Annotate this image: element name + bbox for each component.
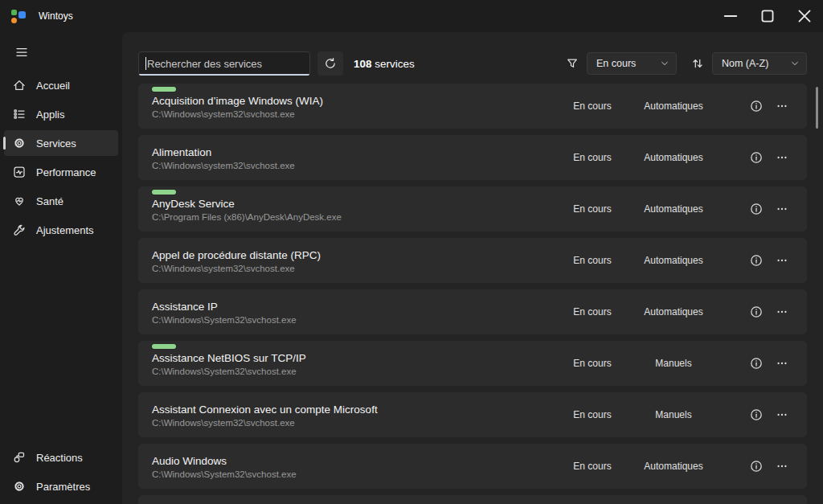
minimize-icon [724, 10, 737, 23]
sidebar-item[interactable]: Services [4, 130, 118, 156]
service-row[interactable]: Assistance NetBIOS sur TCP/IP C:\Windows… [138, 341, 807, 386]
app-logo-icon [11, 9, 26, 23]
more-button[interactable] [771, 352, 793, 375]
more-button[interactable] [771, 249, 793, 272]
sidebar-item-label: Paramètres [36, 481, 90, 493]
hamburger-menu-button[interactable] [6, 40, 37, 64]
ellipsis-icon [776, 254, 788, 267]
services-count-number: 108 [354, 58, 372, 70]
more-button[interactable] [771, 146, 793, 169]
app-title: Wintoys [39, 10, 73, 22]
sidebar-item[interactable]: Santé [4, 188, 118, 214]
sidebar-item[interactable]: Paramètres [4, 473, 118, 499]
service-name: Assistant Connexion avec un compte Micro… [152, 404, 568, 416]
service-path: C:\Windows\system32\svchost.exe [152, 264, 568, 273]
service-path: C:\Windows\System32\svchost.exe [152, 469, 568, 479]
refresh-button[interactable] [317, 51, 343, 76]
sidebar-item-label: Performance [36, 166, 96, 178]
info-icon [750, 254, 763, 267]
tweaks-icon [13, 223, 26, 236]
service-startup-type: Automatiques [617, 152, 730, 163]
text-caret [145, 57, 146, 70]
service-status: En cours [568, 306, 616, 318]
titlebar: Wintoys [0, 0, 823, 32]
apps-icon [13, 108, 26, 121]
info-icon [750, 100, 763, 113]
sidebar-footer-nav: Réactions Paramètres [0, 445, 122, 504]
sidebar-item[interactable]: Performance [4, 159, 118, 185]
active-indicator [3, 137, 6, 150]
sidebar-item[interactable]: Accueil [4, 72, 118, 98]
sort-dropdown[interactable]: Nom (A-Z) [712, 52, 807, 75]
service-startup-type: Manuels [617, 409, 730, 420]
scrollbar[interactable] [816, 87, 818, 129]
running-indicator [152, 344, 176, 349]
info-button[interactable] [745, 249, 768, 272]
ellipsis-icon [776, 151, 788, 164]
ellipsis-icon [776, 100, 788, 113]
service-row[interactable]: Acquisition d’image Windows (WIA) C:\Win… [138, 84, 807, 129]
info-button[interactable] [745, 198, 768, 220]
service-name: Appel de procédure distante (RPC) [152, 249, 568, 261]
more-button[interactable] [771, 455, 793, 477]
status-filter-dropdown[interactable]: En cours [587, 52, 677, 75]
sidebar-item[interactable]: Réactions [4, 445, 118, 470]
services-count: 108 services [354, 58, 415, 70]
info-button[interactable] [745, 301, 768, 323]
service-status: En cours [568, 100, 616, 112]
sidebar-item-label: Santé [36, 195, 63, 207]
services-page: 108 services En cours Nom (A-Z) [122, 32, 823, 504]
service-name: AnyDesk Service [152, 198, 568, 210]
close-icon [798, 10, 811, 23]
more-button[interactable] [771, 95, 793, 117]
maximize-button[interactable] [749, 0, 786, 32]
service-name: Acquisition d’image Windows (WIA) [152, 95, 568, 107]
sort-value: Nom (A-Z) [722, 58, 785, 69]
service-row[interactable]: Assistant Connexion avec un compte Micro… [138, 392, 807, 437]
sidebar-nav: Accueil Applis Services [0, 72, 122, 243]
hamburger-icon [15, 46, 28, 59]
service-status: En cours [568, 255, 616, 266]
service-path: C:\Windows\system32\svchost.exe [152, 109, 568, 119]
info-button[interactable] [745, 146, 768, 169]
info-button[interactable] [745, 404, 768, 426]
info-icon [750, 151, 763, 164]
info-icon [750, 357, 763, 370]
close-button[interactable] [786, 0, 823, 32]
service-row[interactable]: Appel de procédure distante (RPC) C:\Win… [138, 238, 807, 283]
status-filter-value: En cours [596, 58, 655, 69]
service-startup-type: Manuels [617, 358, 730, 369]
more-button[interactable] [771, 301, 793, 323]
health-icon [13, 195, 26, 207]
minimize-button[interactable] [712, 0, 749, 32]
service-row[interactable]: AnyDesk Service C:\Program Files (x86)\A… [138, 186, 807, 232]
info-button[interactable] [745, 455, 768, 477]
sidebar-item[interactable]: Applis [4, 101, 118, 127]
sidebar-item-label: Accueil [36, 80, 70, 92]
search-input[interactable] [139, 52, 309, 75]
ellipsis-icon [776, 408, 788, 421]
ellipsis-icon [776, 305, 788, 318]
ellipsis-icon [776, 357, 788, 370]
service-path: C:\Windows\system32\svchost.exe [152, 161, 568, 170]
service-name: Audio Windows [152, 455, 568, 467]
service-status: En cours [568, 409, 616, 420]
sidebar-item[interactable]: Ajustements [4, 217, 118, 243]
settings-icon [13, 480, 26, 493]
service-name: Assistance NetBIOS sur TCP/IP [152, 352, 568, 364]
running-indicator [152, 190, 176, 195]
service-path: C:\Windows\system32\svchost.exe [152, 418, 568, 428]
reactions-icon [13, 451, 26, 464]
info-icon [750, 460, 763, 473]
service-row-partial[interactable] [138, 495, 807, 504]
sidebar-item-label: Réactions [36, 452, 83, 464]
info-button[interactable] [745, 95, 768, 117]
ellipsis-icon [776, 203, 788, 215]
more-button[interactable] [771, 404, 793, 426]
more-button[interactable] [771, 198, 793, 220]
info-button[interactable] [745, 352, 768, 375]
service-row[interactable]: Audio Windows C:\Windows\System32\svchos… [138, 444, 807, 489]
search-box[interactable] [138, 51, 310, 76]
service-row[interactable]: Assistance IP C:\Windows\System32\svchos… [138, 289, 807, 334]
service-row[interactable]: Alimentation C:\Windows\system32\svchost… [138, 135, 807, 180]
